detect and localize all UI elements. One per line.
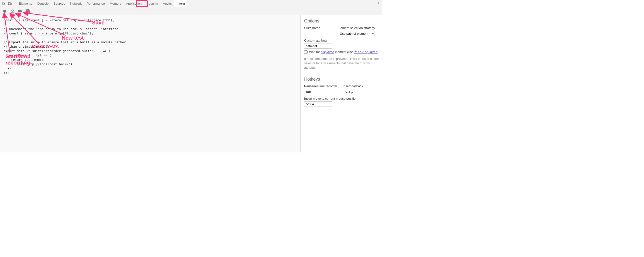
callback-hotkey-input[interactable]	[343, 89, 371, 94]
main-area: const { suite, test } = intern.getPlugin…	[0, 15, 382, 152]
svg-line-7	[12, 10, 14, 12]
tab-intern[interactable]: Intern	[174, 0, 187, 7]
code-editor[interactable]: const { suite, test } = intern.getPlugin…	[0, 15, 301, 152]
intern-toolbar	[0, 7, 382, 15]
record-icon[interactable]	[2, 9, 7, 13]
hotkeys-heading: Hotkeys	[304, 77, 379, 82]
custom-attribute-input[interactable]	[304, 43, 332, 49]
device-toggle-icon[interactable]	[7, 1, 13, 6]
tab-performance[interactable]: Performance	[84, 0, 107, 7]
newtest-icon[interactable]	[18, 9, 22, 13]
svg-point-2	[378, 2, 379, 3]
inspect-icon[interactable]	[2, 1, 7, 6]
pause-hotkey-input[interactable]	[304, 89, 332, 94]
svg-rect-1	[10, 3, 12, 5]
more-menu-icon[interactable]	[376, 2, 381, 5]
separator	[15, 1, 15, 6]
tab-memory[interactable]: Memory	[107, 0, 124, 7]
displayed-link[interactable]: displayed	[321, 50, 334, 54]
tab-network[interactable]: Network	[68, 0, 84, 7]
clear-icon[interactable]	[10, 9, 15, 13]
finddisplayed-link[interactable]: findDisplayed	[354, 50, 377, 54]
svg-point-5	[3, 10, 6, 13]
svg-rect-0	[8, 2, 10, 5]
wait-displayed-checkbox[interactable]	[304, 50, 308, 54]
svg-rect-8	[27, 9, 28, 10]
move-hotkey-input[interactable]	[304, 101, 332, 107]
tab-elements[interactable]: Elements	[16, 0, 34, 7]
suite-name-label: Suite name	[304, 26, 332, 30]
tab-audits[interactable]: Audits	[160, 0, 174, 7]
suite-name-input[interactable]	[304, 31, 332, 36]
tab-console[interactable]: Console	[34, 0, 51, 7]
strategy-select[interactable]: Use path of element	[338, 31, 375, 36]
custom-attribute-label: Custom attribute	[304, 39, 379, 42]
wait-displayed-label: Wait for displayed element (use findDisp…	[309, 50, 378, 54]
strategy-label: Element selection strategy	[338, 26, 375, 30]
save-icon[interactable]	[26, 9, 30, 13]
pause-hotkey-label: Pause/resume recorder	[304, 84, 338, 88]
tab-sources[interactable]: Sources	[51, 0, 68, 7]
move-hotkey-label: Insert move to current mouse position	[304, 97, 379, 100]
tab-application[interactable]: Application	[124, 0, 144, 7]
custom-attribute-help: If a custom attribute is provided, it wi…	[304, 57, 379, 70]
options-heading: Options	[304, 18, 379, 24]
callback-hotkey-label: Insert callback	[343, 84, 371, 88]
options-panel: Options Suite name Element selection str…	[301, 15, 382, 152]
svg-point-3	[378, 3, 379, 4]
tab-security[interactable]: Security	[144, 0, 160, 7]
devtools-tabbar: ElementsConsoleSourcesNetworkPerformance…	[0, 0, 382, 7]
svg-point-4	[378, 4, 379, 5]
